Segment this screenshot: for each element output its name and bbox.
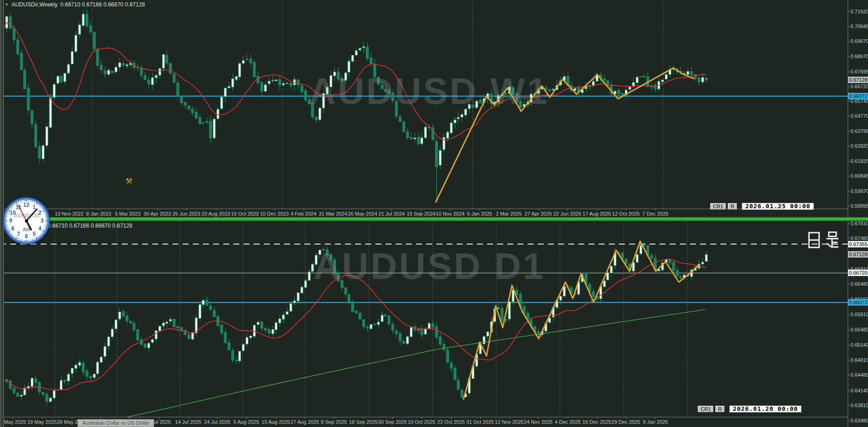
- date-label: 12 Nov 2025: [495, 419, 523, 425]
- daily-chart-canvas[interactable]: [0, 221, 848, 417]
- candle-bull: [454, 120, 456, 123]
- candle-bull: [450, 123, 452, 133]
- candle-bear: [690, 72, 693, 75]
- candle-bear: [42, 392, 44, 395]
- price-box-cyan: 0.66072: [848, 93, 868, 99]
- candle-bear: [337, 72, 339, 79]
- candle-bull: [272, 330, 274, 334]
- price-tick-label: 0.71620: [850, 9, 868, 14]
- weekly-chart-title: AUDUSD#,Weekly: [12, 1, 58, 8]
- candle-bull: [603, 281, 606, 287]
- candle-bull: [464, 109, 467, 115]
- price-tick-label: 0.64140: [850, 388, 868, 393]
- candle-bull: [705, 254, 707, 261]
- date-label: 7 Dec 2025: [642, 211, 668, 217]
- candle-bull: [702, 262, 704, 264]
- candle-bear: [669, 259, 671, 263]
- candle-bear: [64, 380, 66, 381]
- candle-bear: [381, 85, 383, 89]
- clock-numeral: 4: [38, 225, 42, 232]
- candle-bull: [293, 301, 296, 303]
- date-label: 20 Aug 2023: [202, 211, 230, 217]
- cr1-button[interactable]: CR1: [710, 203, 726, 210]
- candle-bull: [242, 60, 244, 64]
- candle-bull: [377, 322, 380, 325]
- candle-bear: [355, 311, 357, 313]
- candle-bull: [457, 117, 459, 119]
- candle-bull: [446, 132, 449, 138]
- candle-bear: [366, 47, 369, 59]
- clock-numeral: 6: [25, 233, 28, 240]
- price-tick-label: 0.61820: [850, 158, 868, 164]
- candle-bull: [286, 312, 288, 314]
- candle-bull: [75, 35, 77, 52]
- candle-bear: [122, 311, 125, 316]
- price-tick-label: 0.63810: [850, 403, 868, 408]
- candle-bull: [410, 327, 412, 337]
- candle-bear: [24, 71, 26, 89]
- candle-bear: [603, 79, 606, 80]
- candle-bear: [100, 65, 102, 70]
- candle-bull: [275, 323, 277, 330]
- candle-bull: [461, 114, 463, 117]
- chart-dropdown-icon[interactable]: ▼: [5, 3, 9, 7]
- candle-bull: [217, 109, 219, 119]
- weekly-cr-timestamp: 2026.01.25 00:00: [742, 203, 814, 210]
- candle-bear: [643, 77, 645, 77]
- r-button[interactable]: R: [728, 203, 737, 210]
- candle-bull: [406, 337, 409, 344]
- candle-bull: [100, 357, 102, 362]
- candle-bear: [348, 295, 350, 302]
- candle-bull: [315, 255, 317, 265]
- date-label: 27 Apr 2025: [524, 211, 552, 217]
- candle-bull: [224, 88, 226, 97]
- candle-bear: [388, 90, 390, 93]
- candle-bear: [472, 105, 474, 108]
- clock-tick-dot: [20, 239, 21, 240]
- candle-bear: [363, 319, 365, 327]
- candle-bull: [319, 108, 321, 120]
- candle-bull: [228, 86, 230, 88]
- clock-tick-dot: [45, 224, 46, 225]
- candle-bull: [301, 287, 303, 293]
- candle-bear: [96, 49, 99, 66]
- hammers-tool-icon[interactable]: ⚒: [125, 176, 132, 186]
- candle-bear: [148, 80, 150, 84]
- pane-separator-bar[interactable]: [0, 217, 868, 221]
- candle-bear: [279, 79, 281, 85]
- jp-char-nichi: [806, 231, 822, 249]
- candle-bull: [439, 150, 441, 165]
- candle-bear: [359, 313, 361, 319]
- candle-bull: [272, 80, 274, 81]
- candle-bear: [479, 100, 482, 103]
- price-tick-label: 0.67810: [850, 221, 868, 226]
- clock-tick-dot: [39, 205, 40, 206]
- candle-bear: [322, 250, 325, 250]
- candle-bull: [115, 320, 117, 329]
- candle-bull: [424, 127, 427, 138]
- candle-bear: [399, 117, 401, 121]
- clock-tick-dot: [46, 222, 47, 223]
- date-label: 15 Sep 2024: [407, 211, 435, 217]
- candle-bull: [636, 254, 638, 262]
- cr1-button[interactable]: CR1: [698, 406, 713, 412]
- candle-bear: [403, 122, 405, 132]
- clock-tick-dot: [12, 205, 13, 206]
- clock-numeral: 3: [41, 217, 44, 224]
- daily-price-axis[interactable]: 0.678100.674800.668100.664800.661500.658…: [848, 221, 868, 427]
- candle-bull: [199, 305, 201, 319]
- clock-tick-dot: [30, 201, 31, 202]
- candle-bear: [374, 64, 376, 77]
- candle-bear: [180, 327, 183, 331]
- candle-bear: [370, 58, 372, 64]
- candle-bull: [417, 330, 420, 331]
- weekly-price-axis[interactable]: 0.716200.706450.696700.686700.676950.667…: [848, 0, 868, 217]
- candle-bear: [592, 292, 595, 297]
- candle-bear: [166, 55, 168, 63]
- analog-clock-widget[interactable]: 2026/01/20 AM 121234567891011: [4, 198, 49, 243]
- date-label: 31 Mar 2024: [319, 211, 347, 217]
- clock-center-cap: [25, 219, 28, 223]
- r-button[interactable]: R: [715, 406, 725, 412]
- candle-bear: [366, 327, 369, 328]
- candle-bear: [333, 260, 336, 273]
